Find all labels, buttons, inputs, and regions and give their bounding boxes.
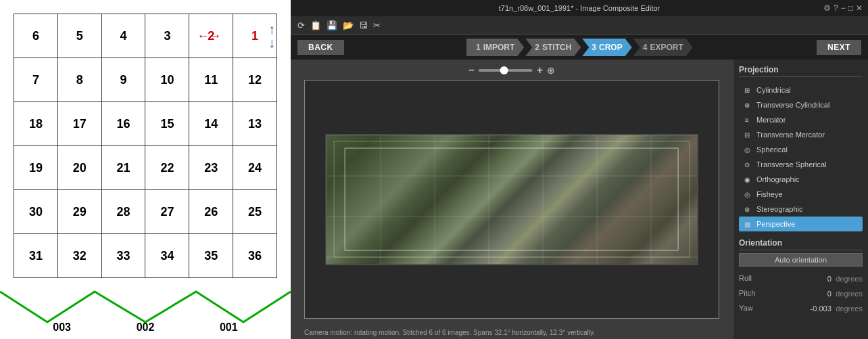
zoom-slider[interactable] (479, 69, 533, 72)
auto-orientation-button[interactable]: Auto orientation (739, 253, 863, 267)
grid-cell-13: 13 (233, 102, 277, 146)
panorama-image (326, 134, 698, 265)
right-sidebar: Projection ⊞ Cylindrical ⊕ Transverse Cy… (733, 60, 868, 339)
grid-cell-2: 2 ←→ (189, 14, 233, 58)
zoom-fit-icon[interactable]: ⊕ (547, 65, 555, 76)
panorama-bbox (345, 148, 679, 251)
projection-item-transverse-mercator[interactable]: ⊟ Transverse Mercator (739, 127, 863, 142)
minimize-icon[interactable]: − (841, 3, 846, 13)
step-import[interactable]: 1IMPORT (466, 39, 524, 56)
zoom-in-button[interactable]: + (537, 65, 543, 76)
grid-cell-27: 27 (145, 190, 189, 234)
grid-cell-23: 23 (189, 146, 233, 190)
toolbar-icon-4[interactable]: 📂 (341, 20, 355, 30)
proj-label-perspective: Perspective (756, 220, 795, 228)
title-bar-controls: ⚙ ? − □ ✕ (823, 3, 863, 13)
proj-icon-transverse-cylindrical: ⊕ (742, 99, 752, 110)
grid-cell-10: 10 (145, 58, 189, 102)
proj-label-fisheye: Fisheye (756, 190, 783, 198)
projection-title: Projection (739, 65, 863, 77)
orientation-section: Orientation Auto orientation Roll 0 degr… (739, 238, 863, 315)
projection-item-transverse-spherical[interactable]: ⊙ Transverse Spherical (739, 157, 863, 172)
viewport (304, 80, 719, 319)
orientation-title: Orientation (739, 238, 863, 250)
grid-cell-25: 25 (233, 190, 277, 234)
toolbar-icon-3[interactable]: 💾 (325, 20, 339, 30)
zoom-out-button[interactable]: − (468, 65, 475, 76)
left-panel: 65432 ←→ 1 ↑↓ 78910111218171615141319202… (0, 0, 291, 339)
grid-cell-7: 7 (14, 58, 58, 102)
grid-cell-14: 14 (189, 102, 233, 146)
help-icon[interactable]: ? (834, 3, 838, 13)
toolbar-icon-6[interactable]: ✂ (372, 20, 382, 30)
grid-cell-21: 21 (101, 146, 145, 190)
projection-item-cylindrical[interactable]: ⊞ Cylindrical (739, 83, 863, 97)
proj-label-spherical: Spherical (756, 145, 788, 154)
step-crop[interactable]: 3CROP (582, 39, 631, 56)
toolbar-icon-5[interactable]: 🖫 (358, 20, 369, 30)
orient-value-roll: 0 degrees (827, 272, 863, 284)
grid-cell-11: 11 (189, 58, 233, 102)
settings-icon[interactable]: ⚙ (823, 3, 831, 13)
grid-cell-19: 19 (14, 146, 58, 190)
grid-cell-22: 22 (145, 146, 189, 190)
projection-item-fisheye[interactable]: ◎ Fisheye (739, 187, 863, 202)
grid-cell-33: 33 (101, 234, 145, 278)
proj-label-stereographic: Stereographic (756, 205, 803, 213)
grid-cell-34: 34 (145, 234, 189, 278)
orient-value-pitch: 0 degrees (827, 287, 863, 299)
zoom-bar: − + ⊕ (468, 65, 556, 76)
next-button[interactable]: NEXT (817, 40, 861, 55)
proj-icon-fisheye: ◎ (742, 189, 752, 200)
projection-item-mercator[interactable]: ≡ Mercator (739, 112, 863, 127)
orient-row-roll: Roll 0 degrees (739, 271, 863, 286)
grid-cell-36: 36 (233, 234, 277, 278)
grid-cell-32: 32 (57, 234, 101, 278)
grid-cell-16: 16 (101, 102, 145, 146)
orient-row-pitch: Pitch 0 degrees (739, 286, 863, 300)
toolbar-icon-1[interactable]: ⟳ (296, 20, 306, 30)
proj-icon-orthographic: ◉ (742, 174, 752, 185)
grid-cell-24: 24 (233, 146, 277, 190)
strip-labels-row: 003 002 001 (0, 321, 291, 334)
grid-cell-5: 5 (57, 14, 101, 58)
maximize-icon[interactable]: □ (848, 3, 853, 13)
projection-item-perspective[interactable]: ▦ Perspective (739, 217, 863, 231)
grid-cell-30: 30 (14, 190, 58, 234)
strip-label-003: 003 (53, 321, 71, 334)
title-bar: t71n_r08w_001_1991* - Image Composite Ed… (291, 0, 868, 16)
window-title: t71n_r08w_001_1991* - Image Composite Ed… (499, 4, 660, 12)
grid-cell-6: 6 (14, 14, 58, 58)
back-button[interactable]: BACK (297, 40, 344, 55)
step-export[interactable]: 4EXPORT (633, 39, 693, 56)
proj-label-transverse-spherical: Transverse Spherical (756, 160, 827, 168)
grid-cell-1: 1 ↑↓ (233, 14, 277, 58)
toolbar: ⟳ 📋 💾 📂 🖫 ✂ (291, 16, 868, 35)
proj-label-mercator: Mercator (756, 116, 786, 124)
step-stitch[interactable]: 2STITCH (525, 39, 581, 56)
grid-cell-8: 8 (57, 58, 101, 102)
proj-icon-transverse-spherical: ⊙ (742, 159, 752, 170)
grid-cell-12: 12 (233, 58, 277, 102)
close-icon[interactable]: ✕ (856, 3, 863, 13)
proj-icon-mercator: ≡ (742, 114, 752, 125)
projection-list: ⊞ Cylindrical ⊕ Transverse Cylindrical ≡… (739, 83, 863, 231)
zoom-handle[interactable] (500, 66, 508, 74)
proj-icon-cylindrical: ⊞ (742, 85, 752, 95)
grid-cell-31: 31 (14, 234, 58, 278)
projection-item-stereographic[interactable]: ⊛ Stereographic (739, 202, 863, 217)
grid-cell-29: 29 (57, 190, 101, 234)
grid-cell-20: 20 (57, 146, 101, 190)
orient-label-yaw: Yaw (739, 304, 753, 312)
grid-area: 65432 ←→ 1 ↑↓ 78910111218171615141319202… (0, 0, 291, 285)
strip-label-002: 002 (137, 321, 155, 334)
canvas-area: − + ⊕ Camera motion: rotating motion. St… (291, 60, 733, 339)
orient-value-yaw: -0.003 degrees (811, 302, 863, 314)
projection-item-spherical[interactable]: ◎ Spherical (739, 142, 863, 157)
step-nav: BACK 1IMPORT2STITCH3CROP4EXPORT NEXT (291, 35, 868, 60)
projection-item-transverse-cylindrical[interactable]: ⊕ Transverse Cylindrical (739, 97, 863, 112)
proj-icon-transverse-mercator: ⊟ (742, 129, 752, 140)
toolbar-icon-2[interactable]: 📋 (309, 20, 322, 30)
grid-cell-9: 9 (101, 58, 145, 102)
projection-item-orthographic[interactable]: ◉ Orthographic (739, 172, 863, 187)
